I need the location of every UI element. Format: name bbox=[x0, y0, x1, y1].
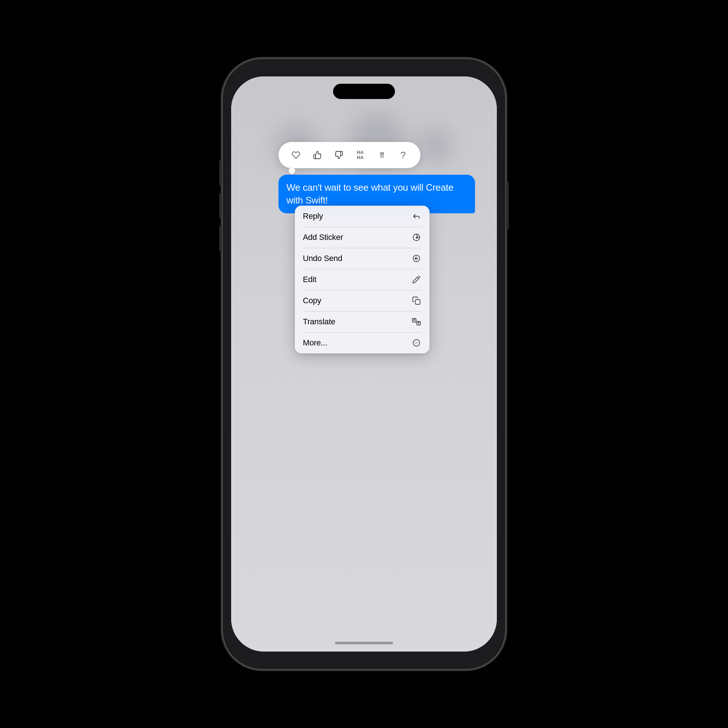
phone-screen: HAHA !! ? We can't wait to see what you … bbox=[231, 76, 497, 652]
haha-label: HAHA bbox=[357, 150, 364, 161]
screen-content: HAHA !! ? We can't wait to see what you … bbox=[231, 76, 497, 652]
menu-item-add-sticker[interactable]: Add Sticker bbox=[295, 227, 430, 248]
reaction-thumbsdown-button[interactable] bbox=[330, 147, 347, 164]
reply-icon bbox=[411, 211, 422, 221]
menu-item-copy[interactable]: Copy bbox=[295, 290, 430, 311]
phone-frame: HAHA !! ? We can't wait to see what you … bbox=[222, 58, 506, 670]
menu-label-translate: Translate bbox=[303, 317, 335, 327]
svg-line-4 bbox=[419, 276, 420, 277]
context-menu: Reply Add Sticker bbox=[295, 206, 430, 353]
reaction-haha-button[interactable]: HAHA bbox=[352, 147, 369, 164]
menu-item-reply[interactable]: Reply bbox=[295, 206, 430, 227]
menu-label-undo-send: Undo Send bbox=[303, 254, 342, 263]
home-indicator bbox=[335, 642, 393, 644]
menu-label-more: More... bbox=[303, 338, 327, 348]
menu-item-more[interactable]: More... bbox=[295, 332, 430, 353]
thumbsdown-icon bbox=[335, 151, 343, 159]
reaction-bar: HAHA !! ? bbox=[278, 142, 421, 168]
menu-label-add-sticker: Add Sticker bbox=[303, 232, 343, 242]
menu-label-reply: Reply bbox=[303, 211, 323, 221]
reaction-question-button[interactable]: ? bbox=[395, 147, 412, 164]
sticker-icon bbox=[411, 232, 422, 242]
thumbsup-icon bbox=[313, 151, 322, 159]
bg-decoration-3 bbox=[417, 127, 453, 164]
svg-point-10 bbox=[416, 343, 417, 343]
dynamic-island bbox=[333, 84, 395, 99]
svg-point-1 bbox=[416, 237, 417, 238]
reaction-heart-button[interactable] bbox=[288, 147, 304, 164]
copy-icon bbox=[411, 295, 422, 306]
reaction-thumbsup-button[interactable] bbox=[309, 147, 326, 164]
question-label: ? bbox=[401, 150, 405, 161]
menu-item-edit[interactable]: Edit bbox=[295, 269, 430, 290]
menu-label-copy: Copy bbox=[303, 296, 321, 305]
svg-rect-5 bbox=[415, 300, 420, 304]
reaction-emphasize-button[interactable]: !! bbox=[373, 147, 390, 164]
menu-item-translate[interactable]: Translate bbox=[295, 311, 430, 332]
menu-item-undo-send[interactable]: Undo Send bbox=[295, 248, 430, 269]
menu-label-edit: Edit bbox=[303, 275, 316, 284]
translate-icon bbox=[411, 317, 422, 327]
svg-point-11 bbox=[418, 343, 418, 343]
emphasize-label: !! bbox=[380, 150, 384, 160]
edit-pencil-icon bbox=[411, 274, 422, 284]
svg-point-9 bbox=[415, 343, 416, 343]
message-text: We can't wait to see what you will Creat… bbox=[286, 181, 467, 207]
undo-send-icon bbox=[411, 253, 422, 263]
heart-icon bbox=[292, 151, 300, 159]
more-icon bbox=[411, 338, 422, 348]
